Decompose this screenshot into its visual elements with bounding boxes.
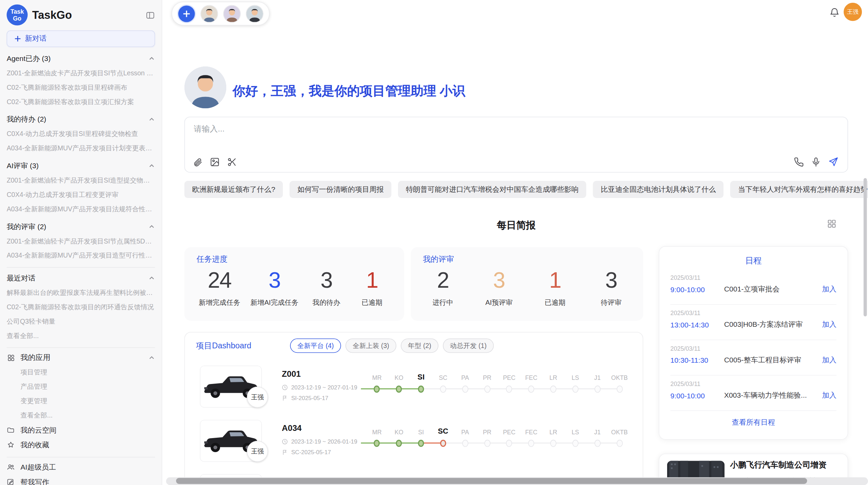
sidebar-item[interactable]: A034-全新新能源MUV产品开发项目计划变更表编写 — [7, 141, 155, 156]
dashboard-tab[interactable]: 年型 (2) — [401, 338, 438, 353]
sidebar-item[interactable]: A034-全新新能源MUV产品开发项目造型可行性评审 — [7, 248, 155, 263]
sidebar-link-people[interactable]: AI超级员工 — [7, 460, 155, 475]
sidebar-section-recent[interactable]: 最近对话 — [7, 271, 155, 285]
milestone: PR — [476, 425, 498, 447]
milestone-label: PA — [461, 371, 469, 381]
chevron-up-icon[interactable] — [148, 116, 155, 123]
stat-value: 3 — [493, 269, 505, 291]
divider — [7, 457, 155, 458]
milestone-node — [418, 386, 424, 393]
sidebar-item[interactable]: C02-飞腾新能源轻客改款项目立项汇报方案 — [7, 95, 155, 109]
schedule-card: 日程 2025/03/119:00-10:00C001-立项审批会加入2025/… — [659, 246, 848, 440]
suggestion-chip[interactable]: 特朗普可能对进口汽车增税会对中国车企造成哪些影响 — [398, 181, 586, 198]
composer-input[interactable] — [193, 123, 804, 150]
milestone-node — [506, 386, 513, 393]
section-title: 最近对话 — [7, 271, 35, 285]
sidebar-section-header[interactable]: 我的评审 (2) — [7, 220, 155, 234]
project-code: A034 — [282, 423, 302, 432]
suggestion-chip[interactable]: 如何写一份清晰的项目周报 — [290, 181, 391, 198]
sidebar-section-header[interactable]: 我的待办 (2) — [7, 112, 155, 127]
avatar[interactable] — [224, 5, 240, 22]
event-date: 2025/03/11 — [671, 274, 701, 281]
join-link[interactable]: 加入 — [822, 320, 836, 329]
sidebar-link-folder[interactable]: 我的云空间 — [7, 423, 155, 438]
sidebar-item[interactable]: C02-飞腾新能源轻客改款项目里程碑画布 — [7, 80, 155, 95]
sidebar-item[interactable]: Z001-全新燃油轻卡产品开发项目SI造型提交物评审 — [7, 173, 155, 187]
news-title: 小鹏飞行汽车制造公司增资 — [730, 460, 827, 470]
avatar[interactable] — [201, 5, 217, 22]
stat: 3我的待办 — [309, 269, 344, 308]
user-avatar[interactable]: 王强 — [844, 3, 862, 21]
schedule-event: 2025/03/119:00-10:00C001-立项审批会加入 — [671, 269, 836, 304]
milestone-label: OKTB — [611, 371, 628, 381]
dashboard-tab[interactable]: 动总开发 (1) — [443, 338, 494, 353]
suggestion-chip[interactable]: 欧洲新规最近颁布了什么? — [184, 181, 283, 198]
join-link[interactable]: 加入 — [822, 284, 836, 294]
sidebar-section-header[interactable]: Agent已办 (3) — [7, 51, 155, 66]
app-link[interactable]: 项目管理 — [7, 365, 155, 380]
scissors-icon[interactable] — [227, 157, 237, 167]
stat: 24新增完成任务 — [199, 269, 240, 308]
milestone: SI — [410, 371, 432, 393]
project-dashboard: 项目Dashboard 全新平台 (4)全新上装 (3)年型 (2)动总开发 (… — [184, 332, 643, 485]
horizontal-scrollbar-thumb[interactable] — [176, 478, 807, 484]
view-all-schedule-link[interactable]: 查看所有日程 — [659, 418, 847, 427]
phone-icon[interactable] — [794, 157, 804, 167]
milestone: OKTB — [608, 425, 630, 447]
milestone-node — [550, 440, 556, 447]
join-link[interactable]: 加入 — [822, 390, 836, 400]
dashboard-tab[interactable]: 全新平台 (4) — [290, 338, 341, 353]
chevron-up-icon[interactable] — [148, 55, 155, 62]
event-title: C003|H0B-方案冻结评审 — [724, 320, 818, 329]
project-row[interactable]: 王强Z0012023-12-19 ~ 2027-01-19SI-2025-05-… — [185, 360, 642, 414]
stat-label: 已逾期 — [545, 298, 566, 307]
dashboard-tab[interactable]: 全新上装 (3) — [346, 338, 397, 353]
sidebar-link-write[interactable]: 帮我写作 — [7, 474, 155, 485]
link-label: 我的收藏 — [21, 437, 49, 452]
section-title: 我的待办 (2) — [7, 112, 46, 127]
milestone-node — [506, 440, 513, 447]
chevron-up-icon[interactable] — [148, 223, 155, 230]
project-row[interactable]: 王强A0342023-12-19 ~ 2026-01-19SC-2025-05-… — [185, 414, 642, 468]
sidebar-link-star[interactable]: 我的收藏 — [7, 437, 155, 452]
mic-icon[interactable] — [811, 157, 821, 167]
sidebar-section-header[interactable]: AI评审 (3) — [7, 159, 155, 173]
sidebar-item[interactable]: Z001-全新燃油皮卡产品开发项目SI节点Lesson Learn报告 — [7, 66, 155, 80]
paperclip-icon[interactable] — [193, 157, 203, 167]
chevron-up-icon[interactable] — [148, 275, 155, 282]
new-chat-button[interactable]: 新对话 — [7, 30, 155, 47]
avatar[interactable] — [246, 5, 263, 22]
recent-chat-item[interactable]: 解释最新出台的欧盟报废车法规再生塑料比例被调至15%... — [7, 285, 155, 300]
bell-icon[interactable] — [829, 7, 840, 18]
recent-chat-item[interactable]: 公司Q3轻卡销量 — [7, 314, 155, 328]
send-icon[interactable] — [828, 157, 839, 167]
suggestion-chip[interactable]: 当下年轻人对汽车外观有怎样的喜好趋势 — [730, 181, 868, 198]
recent-chat-item[interactable]: 查看全部... — [7, 328, 155, 343]
milestone: LR — [542, 371, 564, 393]
stat-label: 我的待办 — [313, 298, 340, 307]
vertical-scrollbar-thumb[interactable] — [864, 178, 867, 316]
sidebar-item-my-apps[interactable]: 我的应用 — [7, 350, 155, 365]
chevron-up-icon[interactable] — [148, 354, 155, 361]
new-chat-label: 新对话 — [25, 34, 47, 44]
app-link[interactable]: 产品管理 — [7, 380, 155, 394]
milestone: LS — [564, 425, 586, 447]
task-progress-card: 任务进度 24新增完成任务3新增AI完成任务3我的待办1已逾期 — [184, 247, 404, 321]
sidebar-item[interactable]: A034-全新新能源MUV产品开发项目法规符合性评审 — [7, 202, 155, 216]
image-icon[interactable] — [210, 157, 220, 167]
recent-chat-item[interactable]: C02-飞腾新能源轻客改款项目的闭环通告反馈情况 — [7, 300, 155, 314]
chevron-up-icon[interactable] — [148, 163, 155, 169]
sidebar-item[interactable]: C0X4-动力总成开发项目工程变更评审 — [7, 187, 155, 202]
schedule-title: 日程 — [659, 256, 847, 266]
join-link[interactable]: 加入 — [822, 355, 836, 365]
add-session-button[interactable] — [178, 5, 195, 22]
panel-collapse-icon[interactable] — [146, 10, 155, 20]
layout-grid-icon[interactable] — [827, 219, 836, 228]
event-title: C001-立项审批会 — [724, 284, 818, 294]
milestone-label: FEC — [525, 371, 538, 381]
sidebar-item[interactable]: Z001-全新燃油轻卡产品开发项目SI节点属性5D文件评审 — [7, 234, 155, 248]
suggestion-chip[interactable]: 比亚迪全固态电池计划具体说了什么 — [593, 181, 724, 198]
app-link[interactable]: 变更管理 — [7, 394, 155, 408]
sidebar-item[interactable]: C0X4-动力总成开发项目SI里程碑提交物检查 — [7, 127, 155, 141]
app-link[interactable]: 查看全部... — [7, 408, 155, 423]
